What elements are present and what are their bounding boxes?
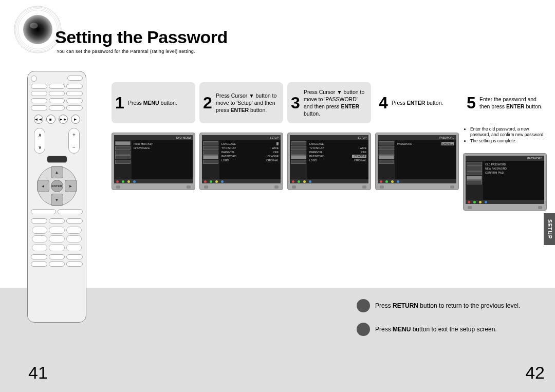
- step-4: 4Press ENTER button.PASSWORDPASSWORDCHAN…: [375, 82, 459, 211]
- svg-point-4: [23, 15, 52, 44]
- steps-row: 1Press MENU button.DVD: MENUPress Menu K…: [112, 82, 547, 211]
- page-number-right: 42: [525, 363, 545, 383]
- tv-screenshot: PASSWORDPASSWORDCHANGE: [375, 133, 459, 190]
- note-icon: [357, 323, 370, 336]
- tv-screenshot: SETUPLANGUAGETV DISPLAY: WIDEPARENTAL: O…: [287, 133, 371, 190]
- footer-note-menu: Press MENU button to exit the setup scre…: [357, 323, 497, 336]
- step-text: Enter the password and then press ENTER …: [479, 96, 543, 110]
- step-1: 1Press MENU button.DVD: MENUPress Menu K…: [112, 82, 195, 211]
- step-number: 3: [289, 95, 302, 111]
- step-text: Press Cursor ▼ button to move to 'PASSWO…: [304, 88, 367, 118]
- step-text: Press MENU button.: [128, 99, 177, 106]
- step-2: 2Press Cursor ▼ button to move to 'Setup…: [199, 82, 283, 211]
- page-number-left: 41: [28, 363, 48, 383]
- side-tab-setup: SETUP: [544, 213, 555, 245]
- remote-illustration: ◄◄■►►► ∧∨ +− ▲ ▼ ◄ ► ENTER: [27, 71, 86, 323]
- tv-screenshot: DVD: MENUPress Menu Keyfor DVD Menu: [112, 133, 195, 190]
- step-number: 5: [465, 95, 477, 111]
- step-number: 1: [114, 95, 126, 111]
- svg-point-5: [30, 23, 38, 28]
- page-subtitle: You can set the password for the Parenta…: [57, 49, 195, 54]
- note-icon: [357, 299, 370, 312]
- page-title: Setting the Password: [55, 27, 228, 47]
- footer-note-return: Press RETURN button to return to the pre…: [357, 299, 520, 312]
- step-3: 3Press Cursor ▼ button to move to 'PASSW…: [287, 82, 371, 211]
- tv-screenshot: PASSWORDOLD PASSWORDNEW PASSWORDCONFIRM …: [463, 153, 547, 211]
- step-number: 2: [201, 95, 214, 111]
- tv-screenshot: SETUPLANGUAGETV DISPLAY: WIDEPARENTAL: O…: [199, 133, 283, 190]
- step-notes: Enter the old password, a new password, …: [463, 126, 547, 144]
- step-text: Press Cursor ▼ button to move to 'Setup'…: [216, 92, 279, 114]
- step-5: 5Enter the password and then press ENTER…: [463, 82, 547, 211]
- step-number: 4: [377, 95, 390, 111]
- step-text: Press ENTER button.: [392, 99, 443, 106]
